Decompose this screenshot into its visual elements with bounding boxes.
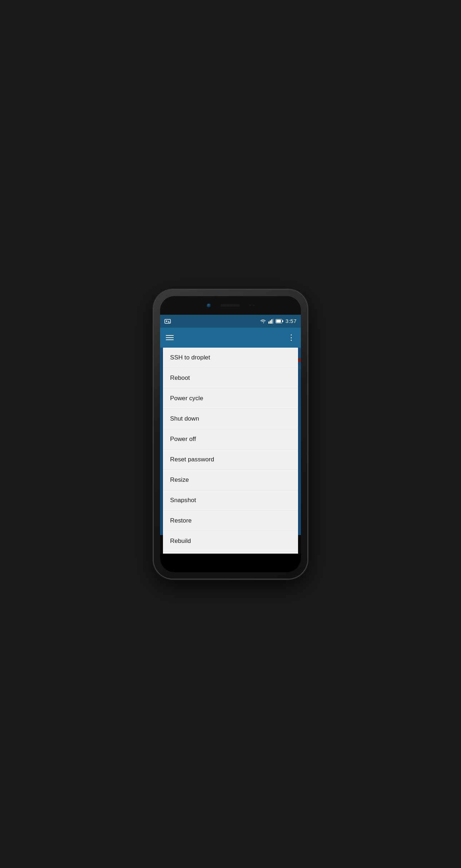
sensor-dot-2 [253, 304, 255, 306]
hamburger-line-1 [166, 335, 174, 336]
menu-item-reset-password[interactable]: Reset password [163, 450, 298, 470]
content-wrapper: SSH to droplet Reboot Power cycle Shut d… [160, 348, 301, 554]
menu-item-shut-down[interactable]: Shut down [163, 409, 298, 429]
svg-point-1 [166, 320, 167, 322]
dropdown-menu: SSH to droplet Reboot Power cycle Shut d… [163, 348, 298, 554]
svg-rect-4 [270, 320, 271, 324]
menu-item-snapshot[interactable]: Snapshot [163, 490, 298, 511]
svg-rect-0 [165, 319, 170, 323]
menu-item-reboot[interactable]: Reboot [163, 368, 298, 388]
wifi-icon [260, 319, 266, 324]
menu-item-ssh[interactable]: SSH to droplet [163, 348, 298, 368]
svg-rect-3 [268, 322, 269, 324]
menu-item-power-cycle[interactable]: Power cycle [163, 388, 298, 409]
sensor-dot-1 [249, 304, 251, 306]
clock-time: 3:57 [286, 318, 297, 324]
hamburger-menu-icon[interactable] [166, 335, 174, 340]
menu-item-power-off[interactable]: Power off [163, 429, 298, 450]
phone-top-hardware [160, 296, 301, 315]
status-bar: 3:57 [160, 315, 301, 328]
hamburger-line-2 [166, 337, 174, 338]
svg-rect-6 [273, 319, 273, 324]
svg-rect-5 [271, 319, 272, 324]
app-bar: ⋮ [160, 328, 301, 348]
menu-item-rebuild[interactable]: Rebuild [163, 531, 298, 551]
battery-icon [276, 319, 283, 323]
speaker-grill [220, 304, 240, 307]
photo-icon [164, 319, 171, 324]
camera-lens [207, 303, 211, 308]
signal-icon [268, 319, 273, 324]
phone-screen: 3:57 ⋮ [160, 296, 301, 572]
menu-item-enable-backups[interactable]: Enable backups [163, 551, 298, 554]
status-left [164, 319, 171, 324]
sensor-dots [249, 304, 255, 306]
svg-rect-8 [276, 320, 281, 323]
speaker-grill-container [219, 304, 241, 307]
status-right: 3:57 [260, 318, 297, 324]
menu-item-restore[interactable]: Restore [163, 511, 298, 531]
hamburger-line-3 [166, 339, 174, 340]
svg-rect-9 [282, 320, 283, 322]
phone-device: 3:57 ⋮ [154, 290, 307, 579]
svg-marker-2 [168, 320, 170, 323]
more-options-icon[interactable]: ⋮ [287, 334, 295, 342]
screen-area: 3:57 ⋮ [160, 315, 301, 554]
menu-item-resize[interactable]: Resize [163, 470, 298, 490]
